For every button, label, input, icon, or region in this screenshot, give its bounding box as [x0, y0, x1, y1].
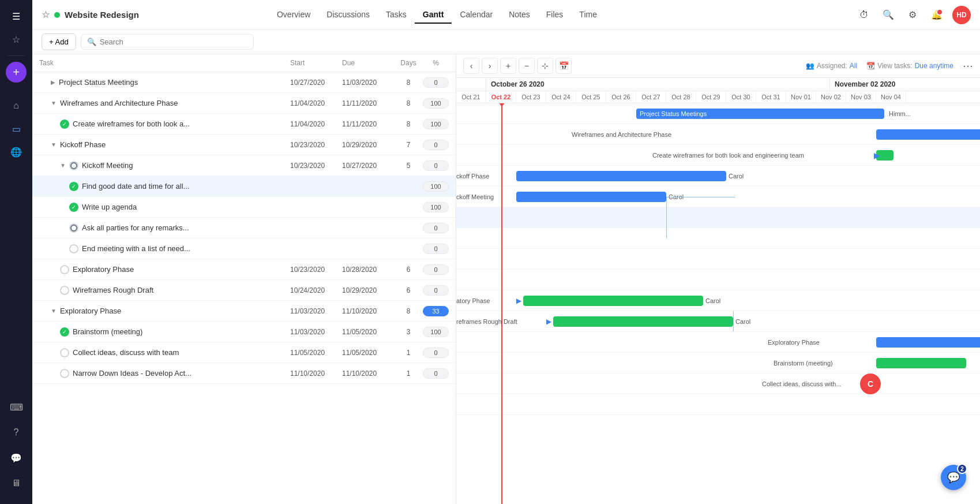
task-due: 11/03/2020 [342, 79, 394, 87]
table-row: ✓ Brainstorm (meeting) 11/03/2020 11/05/… [32, 322, 456, 342]
task-label[interactable]: Exploratory Phase [60, 307, 121, 315]
table-row: ▼ Exploratory Phase 11/03/2020 11/10/202… [32, 301, 456, 322]
gantt-prev-button[interactable]: ‹ [463, 58, 479, 74]
task-pct: 0 [423, 348, 449, 358]
clock-icon[interactable]: ⏱ [855, 6, 873, 24]
task-pct: 0 [423, 160, 449, 171]
task-label[interactable]: Write up agenda [82, 203, 137, 211]
task-status-icon[interactable]: ✓ [60, 327, 69, 337]
keyboard-icon[interactable]: ⌨ [6, 397, 27, 417]
assigned-value[interactable]: All [850, 62, 857, 70]
task-label[interactable]: End meeting with a list of need... [82, 244, 190, 253]
gantt-calendar-button[interactable]: 📅 [555, 58, 572, 74]
user-avatar[interactable]: HD [952, 6, 971, 24]
task-label[interactable]: Exploratory Phase [73, 265, 134, 274]
table-row: ▶ Project Status Meetings 10/27/2020 11/… [32, 72, 456, 93]
table-row: Collect ideas, discuss with team 11/05/2… [32, 342, 456, 363]
task-label[interactable]: Ask all parties for any remarks... [82, 223, 189, 232]
day-header-oct31: Oct 31 [756, 91, 786, 103]
nav-overview[interactable]: Overview [269, 6, 318, 24]
row-expand-icon[interactable]: ▼ [51, 100, 57, 106]
gantt-bar-exp-phase-group[interactable] [876, 337, 980, 348]
nav-discussions[interactable]: Discussions [318, 6, 378, 24]
row-expand-icon[interactable]: ▼ [60, 162, 66, 169]
hamburger-icon[interactable]: ☰ [6, 6, 27, 27]
help-icon[interactable]: ? [6, 422, 27, 443]
gantt-bar-label: Project Status Meetings [636, 110, 710, 117]
task-label[interactable]: Brainstorm (meeting) [73, 327, 142, 336]
day-header-oct26: Oct 26 [606, 91, 636, 103]
gantt-bar-wireframes-rough[interactable] [553, 316, 733, 327]
add-button[interactable]: + Add [42, 33, 76, 50]
task-status-icon[interactable] [60, 286, 69, 295]
dep-line-horizontal [666, 197, 735, 197]
star-bookmark-icon[interactable]: ☆ [42, 9, 50, 20]
task-status-icon[interactable]: ✓ [69, 203, 78, 212]
task-status-icon[interactable] [60, 348, 69, 357]
task-status-icon[interactable] [60, 369, 69, 378]
row-expand-icon[interactable]: ▼ [51, 308, 57, 314]
gantt-bar-wireframes-arch[interactable] [876, 129, 980, 140]
table-row: ✓ Create wireframes for both look a... 1… [32, 114, 456, 135]
gantt-row: ckoff Phase Carol [456, 166, 980, 186]
task-days: 8 [394, 79, 423, 87]
content-area: Task Start Due Days % ▶ Project Status M… [32, 54, 980, 504]
gantt-bar-exploratory[interactable] [523, 296, 703, 306]
task-status-icon[interactable] [69, 161, 78, 170]
gantt-next-button[interactable]: › [482, 58, 498, 74]
task-label[interactable]: Kickoff Meeting [82, 161, 133, 170]
nav-files[interactable]: Files [538, 6, 572, 24]
gantt-label-wireframes-rough: reframes Rough Draft [456, 318, 520, 325]
projects-icon[interactable]: ▭ [6, 118, 27, 139]
chat-float-button[interactable]: 💬 2 [941, 465, 966, 490]
new-item-button[interactable]: + [6, 62, 27, 83]
task-label[interactable]: Wireframes Rough Draft [73, 286, 153, 294]
task-label[interactable]: Create wireframes for both look a... [73, 120, 190, 128]
gantt-zoom-in-button[interactable]: + [500, 58, 516, 74]
task-status-icon[interactable] [60, 265, 69, 274]
task-pct: 0 [423, 368, 449, 379]
gantt-bar-brainstorm[interactable] [876, 358, 966, 368]
task-label[interactable]: Find good date and time for all... [82, 182, 189, 191]
message-icon[interactable]: 💬 [6, 447, 27, 468]
gantt-row: Brainstorm (meeting) [456, 353, 980, 374]
gantt-area: ‹ › + − ⊹ 📅 👥 Assigned: All [456, 54, 980, 504]
gantt-bar-kickoff-meeting[interactable] [516, 192, 666, 202]
task-pct: 100 [423, 181, 449, 192]
row-expand-icon[interactable]: ▶ [51, 79, 55, 85]
gantt-bar-kickoff-phase[interactable] [516, 171, 726, 181]
task-label[interactable]: Collect ideas, discuss with team [73, 348, 179, 357]
search-input[interactable] [100, 38, 215, 46]
star-icon[interactable]: ☆ [6, 29, 27, 50]
table-row: ▼ Kickoff Phase 10/23/2020 10/29/2020 7 … [32, 135, 456, 155]
nav-tasks[interactable]: Tasks [378, 6, 415, 24]
view-tasks-value[interactable]: Due anytime [915, 62, 953, 70]
translate-icon[interactable]: ⚙ [904, 6, 921, 24]
task-pct: 0 [423, 140, 449, 150]
gantt-bar-project-status[interactable]: Project Status Meetings [636, 109, 884, 119]
task-label[interactable]: Project Status Meetings [59, 78, 138, 87]
task-status-icon[interactable]: ✓ [69, 182, 78, 191]
nav-notes[interactable]: Notes [501, 6, 538, 24]
task-label[interactable]: Narrow Down Ideas - Develop Act... [73, 369, 192, 378]
more-options-button[interactable]: ⋯ [963, 59, 973, 72]
nav-calendar[interactable]: Calendar [452, 6, 501, 24]
home-icon[interactable]: ⌂ [6, 95, 27, 116]
globe-icon[interactable]: 🌐 [6, 141, 27, 162]
gantt-arrow-rough: ▶ [546, 316, 551, 327]
task-label[interactable]: Wireframes and Architecture Phase [60, 99, 178, 107]
nav-gantt[interactable]: Gantt [415, 6, 452, 24]
nav-time[interactable]: Time [571, 6, 605, 24]
gantt-zoom-out-button[interactable]: − [519, 58, 535, 74]
gantt-fit-button[interactable]: ⊹ [537, 58, 553, 74]
task-status-icon[interactable] [69, 244, 78, 253]
task-status-icon[interactable] [69, 223, 78, 233]
task-label[interactable]: Kickoff Phase [60, 140, 106, 149]
row-expand-icon[interactable]: ▼ [51, 141, 57, 148]
bell-icon[interactable]: 🔔 [928, 6, 945, 24]
search-icon[interactable]: 🔍 [880, 6, 897, 24]
task-status-icon[interactable]: ✓ [60, 120, 69, 129]
task-due: 11/05/2020 [342, 349, 394, 357]
monitor-icon[interactable]: 🖥 [6, 473, 27, 494]
task-days: 6 [394, 266, 423, 274]
